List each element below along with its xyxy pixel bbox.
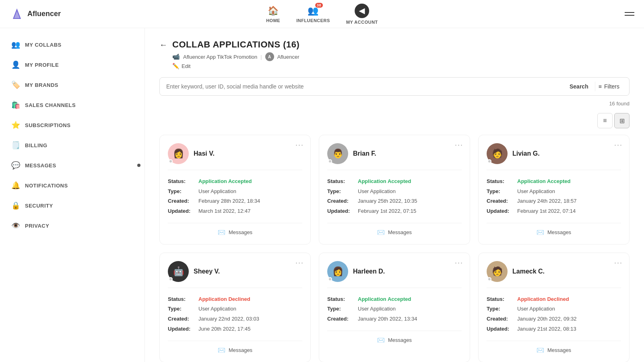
card-3: ··· 🤖 Sheey V. Status: Application Decli…	[159, 253, 311, 362]
security-icon: 🔒	[11, 201, 20, 210]
card-details: Status: Application Accepted Type: User …	[327, 294, 462, 324]
message-icon: ✉️	[537, 347, 544, 354]
my-account-icon: ◀	[355, 4, 369, 18]
messages-label: Messages	[388, 337, 412, 343]
top-nav-center: 🏠 HOME 👥 38 INFLUENCERS ◀ MY ACCOUNT	[266, 4, 378, 25]
brand-name: Afluencer	[277, 54, 299, 60]
billing-icon: 🗒️	[11, 141, 20, 150]
sidebar-item-my-brands[interactable]: 🏷️ MY BRANDS	[0, 75, 144, 95]
detail-type: Type: User Application	[327, 187, 462, 197]
back-button[interactable]: ←	[159, 40, 167, 49]
search-input[interactable]	[166, 83, 563, 90]
card-2: ··· 🧑 Livian G. Status: Application Acce…	[478, 135, 630, 245]
search-button[interactable]: Search	[566, 82, 592, 91]
card-details: Status: Application Accepted Type: User …	[487, 177, 621, 216]
sidebar-item-billing[interactable]: 🗒️ BILLING	[0, 135, 144, 155]
card-messages-button[interactable]: ✉️ Messages	[327, 223, 462, 236]
detail-created: Created: January 20th 2022, 09:32	[487, 314, 621, 324]
edit-row[interactable]: ✏️ Edit	[172, 63, 630, 69]
detail-status: Status: Application Declined	[168, 294, 302, 304]
user-name: Harleen D.	[353, 268, 385, 275]
subscriptions-icon: ⭐	[11, 121, 20, 130]
detail-created: Created: January 24th 2022, 18:57	[487, 196, 621, 206]
detail-updated: Updated: February 1st 2022, 07:14	[487, 206, 621, 216]
card-user-row: 🧑 Lameck C.	[487, 261, 621, 288]
online-status-dot	[169, 277, 173, 281]
card-user-row: 👩 Hasi V.	[168, 143, 302, 170]
detail-type: Type: User Application	[327, 304, 462, 314]
detail-status: Status: Application Accepted	[327, 177, 462, 187]
privacy-icon: 👁️	[11, 221, 20, 230]
sidebar-item-my-profile[interactable]: 👤 MY PROFILE	[0, 55, 144, 75]
brand-avatar: A	[265, 52, 274, 61]
hamburger-menu[interactable]	[625, 12, 634, 16]
messages-label: Messages	[547, 229, 571, 235]
detail-status: Status: Application Accepted	[168, 177, 302, 187]
sidebar-item-subscriptions[interactable]: ⭐ SUBSCRIPTIONS	[0, 115, 144, 135]
edit-label: Edit	[182, 63, 190, 69]
messages-icon: 💬	[11, 161, 20, 170]
back-row: ← COLLAB APPLICATIONS (16)	[159, 39, 630, 50]
filter-button[interactable]: ≡ Filters	[595, 82, 623, 91]
detail-updated: Updated: January 21st 2022, 08:13	[487, 324, 621, 334]
card-messages-button[interactable]: ✉️ Messages	[168, 223, 302, 236]
card-messages-button[interactable]: ✉️ Messages	[327, 331, 462, 344]
message-icon: ✉️	[218, 347, 225, 354]
user-avatar-wrap: 👩	[327, 261, 348, 282]
card-4: ··· 👩 Harleen D. Status: Application Acc…	[319, 253, 470, 362]
detail-updated: Updated: February 1st 2022, 07:15	[327, 206, 462, 216]
card-messages-button[interactable]: ✉️ Messages	[168, 341, 302, 354]
user-avatar-wrap: 🤖	[168, 261, 189, 282]
detail-updated: Updated: June 20th 2022, 17:45	[168, 324, 302, 334]
card-messages-button[interactable]: ✉️ Messages	[487, 223, 621, 236]
view-toggle: ≡ ⊞	[159, 113, 630, 128]
sidebar-item-sales-channels[interactable]: 🛍️ SALES CHANNELS	[0, 95, 144, 115]
card-menu-button[interactable]: ···	[614, 259, 623, 267]
grid-view-button[interactable]: ⊞	[614, 113, 630, 128]
sidebar: 👥 MY COLLABS 👤 MY PROFILE 🏷️ MY BRANDS 🛍…	[0, 28, 145, 362]
card-details: Status: Application Declined Type: User …	[487, 294, 621, 334]
edit-icon: ✏️	[172, 63, 179, 69]
content-area: ← COLLAB APPLICATIONS (16) 📹 Afluencer A…	[145, 28, 644, 362]
card-user-row: 🤖 Sheey V.	[168, 261, 302, 288]
sales-channels-icon: 🛍️	[11, 101, 20, 109]
logo-text: Afluencer	[27, 10, 61, 18]
card-menu-button[interactable]: ···	[455, 259, 463, 267]
messages-label: Messages	[547, 347, 571, 353]
nav-home[interactable]: 🏠 HOME	[266, 5, 280, 23]
detail-status: Status: Application Accepted	[327, 294, 462, 304]
card-menu-button[interactable]: ···	[295, 141, 304, 149]
sidebar-item-notifications[interactable]: 🔔 NOTIFICATIONS	[0, 175, 144, 195]
sidebar-item-privacy[interactable]: 👁️ PRIVACY	[0, 216, 144, 236]
detail-created: Created: February 28th 2022, 18:34	[168, 196, 302, 206]
card-menu-button[interactable]: ···	[295, 259, 304, 267]
sidebar-item-my-collabs[interactable]: 👥 MY COLLABS	[0, 35, 144, 55]
page-title: COLLAB APPLICATIONS (16)	[172, 39, 299, 50]
user-avatar-wrap: 🧑	[487, 143, 508, 164]
user-avatar-wrap: 🧑	[487, 261, 508, 282]
card-menu-button[interactable]: ···	[455, 141, 463, 149]
sidebar-item-security[interactable]: 🔒 SECURITY	[0, 195, 144, 216]
user-name: Brian F.	[353, 150, 376, 157]
user-name: Livian G.	[512, 150, 540, 157]
message-icon: ✉️	[537, 229, 544, 236]
list-view-button[interactable]: ≡	[597, 113, 613, 128]
sidebar-item-messages[interactable]: 💬 MESSAGES	[0, 155, 144, 175]
card-details: Status: Application Accepted Type: User …	[168, 177, 302, 216]
my-brands-icon: 🏷️	[11, 80, 20, 89]
detail-created: Created: January 20th 2022, 13:34	[327, 314, 462, 324]
card-details: Status: Application Declined Type: User …	[168, 294, 302, 334]
user-avatar-wrap: 👩	[168, 143, 189, 164]
card-menu-button[interactable]: ···	[614, 141, 623, 149]
nav-my-account[interactable]: ◀ MY ACCOUNT	[346, 4, 378, 25]
message-icon: ✉️	[377, 229, 385, 236]
divider: |	[260, 54, 262, 60]
logo[interactable]: Afluencer	[10, 7, 61, 21]
page-header: ← COLLAB APPLICATIONS (16) 📹 Afluencer A…	[159, 39, 630, 69]
card-details: Status: Application Accepted Type: User …	[327, 177, 462, 216]
collab-name: Afluencer App TikTok Promotion	[183, 54, 257, 60]
nav-influencers[interactable]: 👥 38 INFLUENCERS	[296, 5, 330, 23]
card-messages-button[interactable]: ✉️ Messages	[487, 341, 621, 354]
online-status-dot	[328, 277, 332, 281]
top-nav: Afluencer 🏠 HOME 👥 38 INFLUENCERS ◀ MY A…	[0, 0, 644, 28]
